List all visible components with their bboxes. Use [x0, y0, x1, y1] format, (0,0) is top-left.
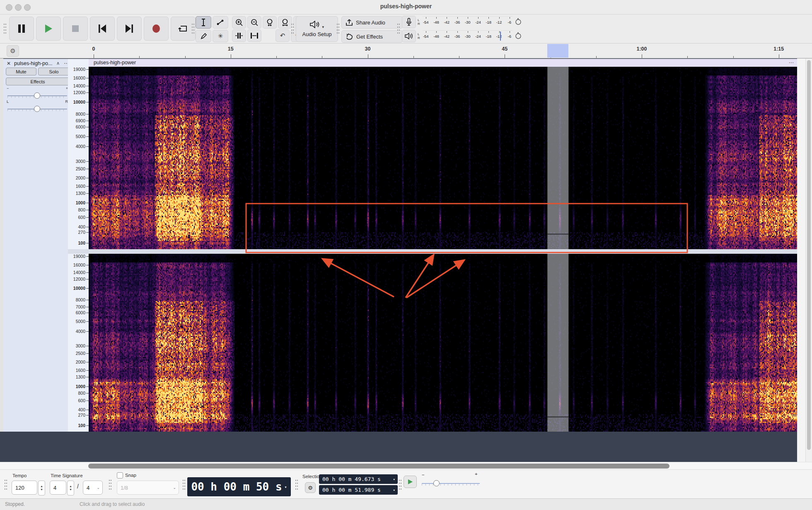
playback-meter-button[interactable]	[402, 30, 416, 42]
frequency-label: 14000	[73, 270, 85, 275]
get-effects-button[interactable]: Get Effects	[341, 30, 403, 43]
gain-slider-thumb[interactable]	[34, 92, 40, 99]
chevron-down-icon[interactable]: ▾	[393, 488, 395, 492]
transport-toolbar-grip[interactable]	[3, 23, 7, 35]
effects-button[interactable]: Effects	[6, 78, 70, 85]
meter-scale-label: -12	[496, 20, 502, 24]
record-button[interactable]	[144, 17, 169, 41]
play-speed-thumb[interactable]	[433, 480, 440, 486]
frequency-label: 270	[78, 230, 85, 235]
timeline-ruler[interactable]: ⚙ 01530451:001:15	[0, 44, 812, 58]
audio-setup-button[interactable]: ▾ Audio Setup	[296, 16, 338, 42]
trim-audio-button[interactable]	[232, 29, 246, 42]
tools-toolbar-grip[interactable]	[191, 23, 195, 35]
timeline-label: 15	[228, 46, 234, 52]
channel-divider[interactable]	[68, 249, 797, 254]
timesig-upper-input[interactable]: 4	[50, 481, 66, 495]
solo-button[interactable]: Solo	[38, 68, 70, 75]
tempo-stepper[interactable]: ▲▼	[38, 481, 45, 495]
play-speed-icon	[407, 479, 413, 485]
timeline-tick	[779, 54, 779, 58]
share-toolbar-grip[interactable]	[336, 23, 340, 35]
stop-button[interactable]	[63, 17, 88, 41]
record-meter-button[interactable]	[402, 16, 416, 28]
time-display-grip[interactable]	[182, 479, 186, 491]
skip-to-end-button[interactable]	[117, 17, 142, 41]
horizontal-scrollbar-thumb[interactable]	[88, 464, 669, 469]
spectrogram-channel2[interactable]	[89, 254, 797, 432]
multi-tool-icon: ✳	[218, 32, 223, 40]
frequency-label: 2500	[76, 166, 85, 171]
tempo-input[interactable]: 120	[12, 481, 37, 495]
chevron-down-icon[interactable]: ▾	[393, 477, 395, 481]
frequency-label: 12000	[73, 277, 85, 282]
frequency-ruler-channel2[interactable]: 1900016000140001200010000800070006000500…	[68, 254, 89, 432]
recording-meter[interactable]: LR -54-48-42-36-30-24-18-12-6	[402, 16, 522, 28]
track-control-panel[interactable]: ✕ pulses-high-po... ∧ ⋯ Mute Solo Effect…	[3, 59, 72, 432]
meter-scale-label: -24	[475, 34, 481, 39]
speaker-small-icon	[405, 33, 413, 39]
skip-to-start-button[interactable]	[90, 17, 115, 41]
frequency-label: 5000	[76, 134, 85, 139]
silence-audio-button[interactable]	[247, 29, 261, 42]
clip-menu-icon[interactable]: ⋯	[789, 59, 794, 66]
track-area[interactable]: ✕ pulses-high-po... ∧ ⋯ Mute Solo Effect…	[0, 58, 812, 462]
time-toolbar-grip[interactable]	[4, 479, 7, 491]
chevron-down-icon: ⌄	[97, 486, 100, 490]
timeline-options-button[interactable]: ⚙	[7, 45, 19, 57]
selection-start-field[interactable]: 00 h 00 m 49.673 s▾	[319, 474, 398, 484]
snap-toolbar-grip[interactable]	[109, 479, 112, 491]
zoom-out-button[interactable]	[247, 16, 261, 29]
snap-checkbox[interactable]	[117, 472, 123, 478]
draw-tool-button[interactable]	[196, 30, 211, 42]
play-button[interactable]	[36, 17, 61, 41]
timeline-tick	[139, 56, 140, 58]
multi-tool-button[interactable]: ✳	[213, 30, 228, 42]
play-speed-grip[interactable]	[399, 479, 402, 491]
playback-meter[interactable]: LR -54-48-42-36-30-24-18-12-6	[402, 30, 522, 42]
meter-handle-icon	[515, 32, 522, 41]
frequency-label: 8000	[76, 297, 85, 302]
meter-right-label: R	[418, 36, 420, 40]
chevron-down-icon[interactable]: ▾	[285, 485, 287, 489]
mute-button[interactable]: Mute	[6, 68, 36, 75]
clip-title-bar[interactable]: pulses-high-power ⋯	[89, 59, 797, 67]
snap-mode-select[interactable]: 1/8⌄	[117, 481, 179, 495]
meter-toolbar-grip[interactable]	[397, 23, 400, 35]
audio-setup-grip[interactable]	[291, 23, 294, 35]
share-audio-button[interactable]: Share Audio	[341, 16, 403, 29]
zoom-in-button[interactable]	[232, 16, 246, 29]
selection-options-button[interactable]: ⚙	[305, 482, 316, 493]
horizontal-scrollbar[interactable]	[0, 462, 812, 470]
timesig-lower-select[interactable]: 4⌄	[83, 481, 103, 495]
timesig-upper-stepper[interactable]: ▲▼	[67, 481, 74, 495]
fit-selection-button[interactable]	[263, 16, 277, 29]
track-close-button[interactable]: ✕	[7, 61, 11, 66]
fit-project-button[interactable]	[278, 16, 292, 29]
record-icon	[152, 24, 161, 33]
recording-meter-scale[interactable]: -54-48-42-36-30-24-18-12-6	[423, 16, 513, 28]
pan-slider-thumb[interactable]	[34, 106, 40, 112]
frequency-label: 1600	[76, 184, 85, 189]
vertical-scrollbar[interactable]	[805, 58, 812, 462]
track-name[interactable]: pulses-high-po...	[14, 61, 54, 66]
play-at-speed-button[interactable]	[404, 476, 417, 488]
pause-button[interactable]	[9, 17, 34, 41]
envelope-tool-button[interactable]	[213, 16, 228, 29]
timeline-tick	[642, 54, 642, 58]
selection-tool-button[interactable]	[196, 16, 211, 29]
spectrogram-channel1[interactable]	[89, 67, 797, 249]
undo-button[interactable]: ↶	[276, 29, 290, 42]
selection-toolbar-grip[interactable]	[295, 479, 298, 491]
meter-scale-label: -12	[496, 34, 502, 39]
playback-meter-scale[interactable]: -54-48-42-36-30-24-18-12-6	[423, 30, 513, 42]
envelope-icon	[217, 19, 224, 26]
vertical-scrollbar-thumb[interactable]	[807, 60, 811, 450]
frequency-label: 6000	[76, 124, 85, 129]
trim-audio-icon	[235, 32, 243, 39]
frequency-ruler-channel1[interactable]: 1900016000140001200010000800069006000500…	[68, 67, 89, 249]
track-collapse-button[interactable]: ∧	[56, 61, 60, 66]
transport-toolbar	[9, 17, 196, 41]
audio-position-display[interactable]: 00 h 00 m 50 s▾	[187, 477, 291, 496]
selection-end-field[interactable]: 00 h 00 m 51.989 s▾	[319, 485, 398, 495]
